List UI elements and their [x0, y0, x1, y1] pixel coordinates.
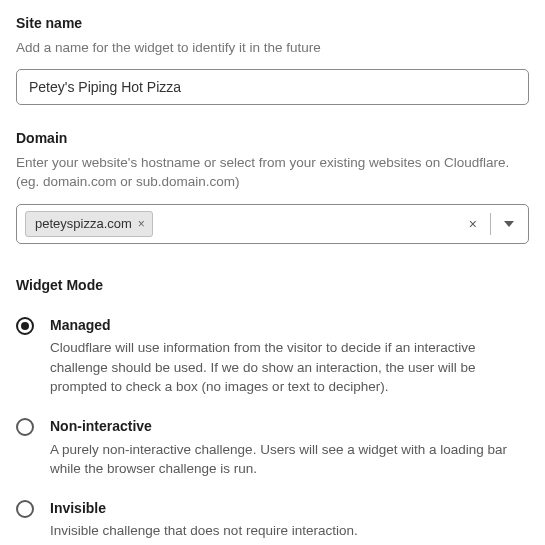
widget-mode-section: Widget Mode Managed Cloudflare will use …	[16, 276, 529, 541]
domain-label: Domain	[16, 129, 529, 149]
widget-mode-option-noninteractive[interactable]: Non-interactive A purely non-interactive…	[16, 417, 529, 479]
select-divider	[490, 213, 491, 235]
site-name-help: Add a name for the widget to identify it…	[16, 38, 529, 58]
dropdown-caret-icon[interactable]	[497, 221, 520, 227]
domain-chip-text: peteyspizza.com	[35, 215, 132, 233]
widget-mode-option-invisible[interactable]: Invisible Invisible challenge that does …	[16, 499, 529, 541]
radio-desc-managed: Cloudflare will use information from the…	[50, 338, 529, 397]
radio-label-noninteractive: Non-interactive	[50, 417, 529, 437]
site-name-label: Site name	[16, 14, 529, 34]
radio-content: Managed Cloudflare will use information …	[50, 316, 529, 397]
radio-noninteractive[interactable]	[16, 418, 34, 436]
clear-all-icon[interactable]: ×	[462, 217, 484, 231]
radio-label-invisible: Invisible	[50, 499, 529, 519]
domain-select[interactable]: peteyspizza.com × ×	[16, 204, 529, 244]
domain-help: Enter your website's hostname or select …	[16, 153, 529, 192]
domain-chip-remove-icon[interactable]: ×	[138, 218, 145, 230]
radio-invisible[interactable]	[16, 500, 34, 518]
radio-content: Non-interactive A purely non-interactive…	[50, 417, 529, 479]
site-name-input[interactable]	[16, 69, 529, 105]
widget-mode-option-managed[interactable]: Managed Cloudflare will use information …	[16, 316, 529, 397]
radio-label-managed: Managed	[50, 316, 529, 336]
widget-mode-title: Widget Mode	[16, 276, 529, 296]
domain-chip: peteyspizza.com ×	[25, 211, 153, 237]
radio-content: Invisible Invisible challenge that does …	[50, 499, 529, 541]
radio-desc-noninteractive: A purely non-interactive challenge. User…	[50, 440, 529, 479]
radio-desc-invisible: Invisible challenge that does not requir…	[50, 521, 529, 541]
site-name-field: Site name Add a name for the widget to i…	[16, 14, 529, 105]
domain-field: Domain Enter your website's hostname or …	[16, 129, 529, 244]
radio-managed[interactable]	[16, 317, 34, 335]
